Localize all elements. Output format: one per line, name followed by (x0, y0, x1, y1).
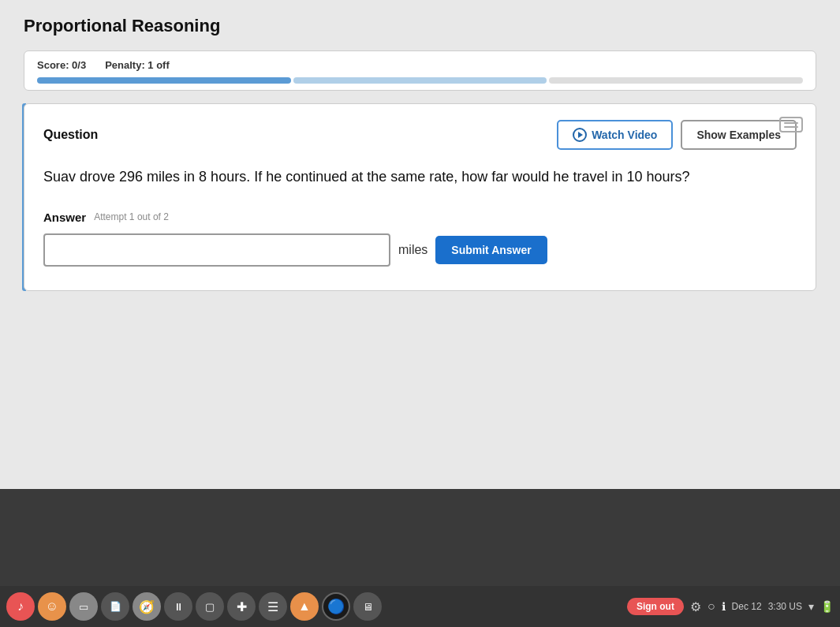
taskbar: ♪ ☺ ▭ 📄 🧭 ⏸ ▢ ✚ ☰ ▲ 🔵 🖥 Sign out ⚙ ○ ℹ D… (0, 586, 840, 627)
taskbar-icon-file[interactable]: 📄 (101, 592, 129, 621)
taskbar-icon-compass[interactable]: 🧭 (133, 592, 161, 621)
submit-answer-button[interactable]: Submit Answer (435, 236, 547, 264)
question-card-wrapper: Question Watch Video Show Examples (24, 103, 816, 291)
play-icon (573, 128, 587, 142)
taskbar-icon-triangle[interactable]: ▲ (290, 592, 319, 621)
keyboard-icon-wrapper (779, 117, 803, 132)
taskbar-right: Sign out ⚙ ○ ℹ Dec 12 3:30 US ▾ 🔋 (627, 598, 834, 615)
answer-label-row: Answer Attempt 1 out of 2 (43, 211, 797, 224)
answer-label: Answer (43, 211, 86, 224)
taskbar-icon-screen[interactable]: ▭ (69, 592, 98, 621)
taskbar-icon-rect[interactable]: ▢ (196, 592, 224, 621)
watch-video-label: Watch Video (592, 129, 657, 141)
question-label: Question (43, 128, 98, 142)
taskbar-icon-music[interactable]: ♪ (6, 592, 35, 621)
taskbar-info-icon: ℹ (722, 600, 726, 613)
sign-out-button[interactable]: Sign out (627, 598, 684, 615)
watch-video-button[interactable]: Watch Video (557, 120, 673, 150)
question-buttons: Watch Video Show Examples (557, 120, 797, 150)
page-title: Proportional Reasoning (24, 16, 816, 36)
taskbar-settings-icon[interactable]: ⚙ (690, 599, 701, 614)
taskbar-circle-icon: ○ (707, 599, 715, 614)
keyboard-icon (779, 117, 803, 132)
score-bar-container: Score: 0/3 Penalty: 1 off (24, 50, 816, 91)
penalty-label: Penalty: 1 off (105, 59, 170, 71)
progress-segment-3 (549, 77, 803, 84)
taskbar-time: 3:30 US (768, 601, 802, 612)
attempt-label: Attempt 1 out of 2 (94, 211, 169, 222)
kb-row-2 (784, 126, 798, 128)
progress-segment-2 (293, 77, 547, 84)
score-label: Score: 0/3 (37, 59, 86, 71)
taskbar-icon-lines[interactable]: ☰ (259, 592, 287, 621)
answer-input[interactable] (43, 233, 390, 267)
answer-unit: miles (398, 243, 427, 257)
taskbar-icon-monitor[interactable]: 🖥 (353, 592, 382, 621)
wifi-icon: ▾ (808, 600, 814, 613)
question-card: Question Watch Video Show Examples (24, 103, 816, 291)
question-text: Suav drove 296 miles in 8 hours. If he c… (43, 166, 797, 188)
taskbar-date: Dec 12 (732, 601, 762, 612)
taskbar-icon-plus[interactable]: ✚ (227, 592, 256, 621)
taskbar-icon-chrome[interactable]: 🔵 (322, 592, 350, 621)
progress-segment-1 (37, 77, 291, 84)
battery-icon: 🔋 (820, 600, 834, 613)
taskbar-icon-face[interactable]: ☺ (38, 592, 66, 621)
kb-row-1 (784, 122, 798, 124)
question-header: Question Watch Video Show Examples (43, 120, 797, 150)
progress-bar (37, 77, 803, 84)
answer-section: Answer Attempt 1 out of 2 miles Submit A… (43, 211, 797, 267)
taskbar-icon-pause[interactable]: ⏸ (164, 592, 192, 621)
answer-input-row: miles Submit Answer (43, 233, 797, 267)
